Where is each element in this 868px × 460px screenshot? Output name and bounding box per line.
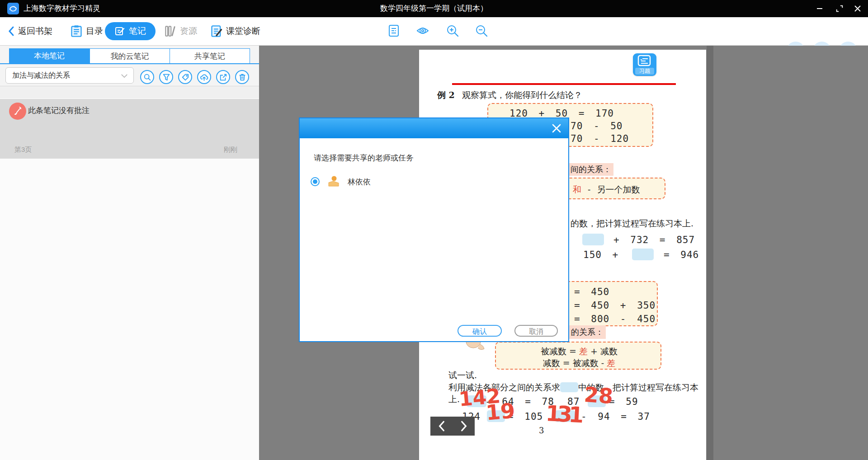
highlight-relation-1: 间的关系： <box>568 163 613 176</box>
eye-button[interactable] <box>416 24 429 38</box>
tab-label: 共享笔记 <box>194 52 225 61</box>
notes-icon <box>114 26 125 37</box>
page-preview-button[interactable] <box>387 24 401 38</box>
example-number: 例 2 <box>437 90 455 100</box>
note-marker-icon <box>9 103 26 120</box>
equation-line: = 450 <box>574 286 609 297</box>
handwritten-answer: 19 <box>485 400 516 423</box>
answer-blank <box>632 249 654 260</box>
notes-sidebar: 本地笔记 我的云笔记 共享笔记 加法与减法的关系 <box>0 46 259 460</box>
rule-rest: - 另一个加数 <box>588 184 640 194</box>
note-timestamp: 刚刚 <box>224 146 237 154</box>
close-icon <box>854 5 861 12</box>
title-bar: 上海数字教材学习精灵 数学四年级第一学期（试用本） <box>0 0 868 17</box>
close-button[interactable] <box>852 3 863 14</box>
cloud-upload-icon <box>200 73 208 81</box>
back-to-bookshelf-button[interactable]: 返回书架 <box>8 17 52 45</box>
exercise-badge-icon <box>637 54 652 67</box>
example-question: 观察算式，你能得到什么结论？ <box>462 90 582 100</box>
radio-dot <box>313 179 317 184</box>
rule-text: + 减数 <box>588 346 618 356</box>
exercise-badge-label: 习题 <box>635 68 654 75</box>
red-underline <box>452 83 676 85</box>
filter-icon <box>162 73 170 81</box>
chevron-down-icon <box>121 74 128 78</box>
relation-text: 的关系： <box>571 327 604 338</box>
answer-blank <box>582 234 604 245</box>
tag-notes-button[interactable] <box>178 70 192 84</box>
note-text: 此条笔记没有批注 <box>28 105 90 116</box>
prev-page-button[interactable] <box>435 419 448 433</box>
minimize-icon <box>816 5 823 12</box>
chevron-left-icon <box>437 420 447 432</box>
teacher-name: 林依依 <box>348 177 371 187</box>
note-list-item[interactable]: 此条笔记没有批注 第3页 刚刚 <box>0 99 259 159</box>
highlight-relation-2: 的关系： <box>569 325 606 339</box>
spacer <box>0 86 259 99</box>
diagnosis-button[interactable]: 课堂诊断 <box>211 17 260 45</box>
trash-icon <box>238 73 246 81</box>
confirm-button[interactable]: 确认 <box>458 325 502 337</box>
next-page-button[interactable] <box>457 419 471 433</box>
rule-red-term: 和 <box>573 184 581 194</box>
rule-box-subtraction: 被减数 = 差 + 减数 减数 = 被减数 - 差 <box>495 342 661 370</box>
rule-line: 和 - 另一个加数 <box>573 184 640 196</box>
fill-equation-1: + 732 = 857 <box>613 235 695 245</box>
teacher-option-row[interactable]: 林依依 <box>311 174 371 189</box>
search-notes-button[interactable] <box>140 70 154 84</box>
fill-equation-2-post: = 946 <box>664 249 699 260</box>
practice-eq-2-post: = 59 <box>609 396 638 407</box>
resources-label: 资源 <box>180 25 197 37</box>
exercise-badge[interactable]: 习题 <box>633 53 656 76</box>
toolbar: 返回书架 目录 笔记 资源 <box>0 17 868 46</box>
tab-local-notes[interactable]: 本地笔记 <box>9 48 90 63</box>
share-dialog-title: 请选择需要共享的老师或任务 <box>314 153 414 163</box>
diagnosis-label: 课堂诊断 <box>226 25 260 37</box>
notes-tab-button[interactable]: 笔记 <box>105 22 156 40</box>
dialog-close-button[interactable] <box>551 123 562 134</box>
equation-line: 70 - 120 <box>571 133 629 144</box>
equation-line: 70 - 50 <box>571 121 623 131</box>
note-page-ref: 第3页 <box>14 146 32 154</box>
tab-label: 我的云笔记 <box>111 52 149 61</box>
inline-blank <box>560 382 578 392</box>
handwritten-answer: 28 <box>583 384 613 407</box>
chapter-filter-value: 加法与减法的关系 <box>12 68 70 83</box>
delete-notes-button[interactable] <box>235 70 249 84</box>
page-navigation <box>430 417 475 436</box>
maximize-button[interactable] <box>834 3 845 14</box>
chapter-filter-dropdown[interactable]: 加法与减法的关系 <box>5 67 134 84</box>
page-number: 3 <box>539 426 544 435</box>
example-heading: 例 2 观察算式，你能得到什么结论？ <box>437 89 582 101</box>
tag-icon <box>181 73 189 81</box>
handwritten-answer: 131 <box>545 402 581 426</box>
tab-label: 本地笔记 <box>34 52 65 60</box>
rule-line: 减数 = 被减数 - 差 <box>496 357 662 369</box>
notes-label: 笔记 <box>129 25 146 37</box>
relation-text: 间的关系： <box>571 164 611 175</box>
zoom-in-button[interactable] <box>446 24 459 38</box>
chevron-left-icon <box>8 26 14 37</box>
rule-red-term: 差 <box>607 358 615 368</box>
tab-shared-notes[interactable]: 共享笔记 <box>170 48 250 63</box>
minimize-button[interactable] <box>814 3 826 14</box>
equation-line: = 450 + 350 <box>574 300 656 311</box>
radio-selected[interactable] <box>311 177 320 186</box>
resources-button[interactable]: 资源 <box>165 17 197 45</box>
tab-cloud-notes[interactable]: 我的云笔记 <box>90 48 170 63</box>
rule-line: 被减数 = 差 + 减数 <box>496 346 662 357</box>
vertical-scrollbar[interactable] <box>707 46 713 460</box>
resources-icon <box>165 25 176 37</box>
filter-notes-button[interactable] <box>159 70 173 84</box>
search-icon <box>143 73 151 81</box>
app-window: 上海数字教材学习精灵 数学四年级第一学期（试用本） 返回书架 <box>0 0 868 460</box>
share-notes-button[interactable] <box>216 70 230 84</box>
toc-button[interactable]: 目录 <box>71 17 103 45</box>
cancel-button[interactable]: 取消 <box>514 325 558 337</box>
teacher-avatar-icon <box>327 175 340 188</box>
practice-eq-4-post: - 94 = 37 <box>581 411 650 422</box>
zoom-out-button[interactable] <box>475 24 488 38</box>
maximize-icon <box>835 5 844 13</box>
upload-notes-button[interactable] <box>197 70 211 84</box>
window-title: 数学四年级第一学期（试用本） <box>0 0 868 17</box>
